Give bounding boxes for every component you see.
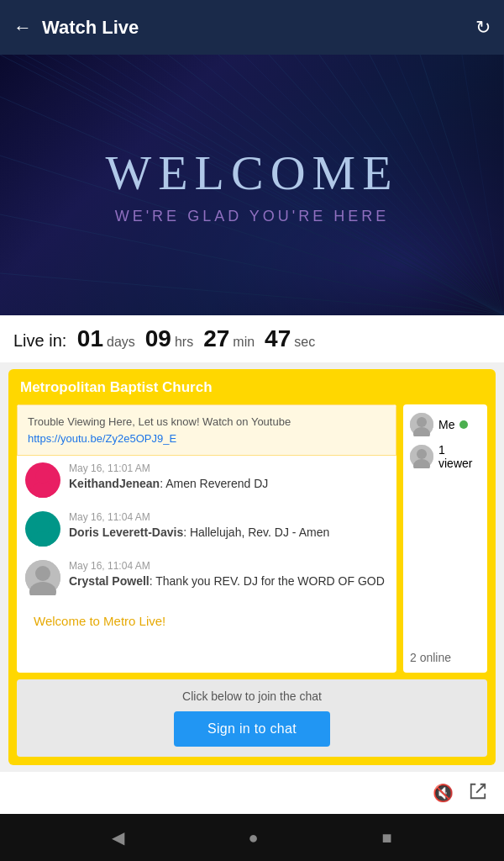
hours-number: 09: [145, 325, 171, 352]
days-unit: days: [107, 335, 135, 350]
countdown-label: Live in:: [13, 331, 66, 351]
message-author: KeithandJenean: [69, 477, 160, 490]
back-nav-icon[interactable]: ◀: [112, 827, 124, 848]
avatar: [25, 560, 60, 595]
viewers-panel: Me 1 viewer 2 online: [403, 404, 487, 673]
seconds-number: 47: [265, 325, 291, 352]
viewer-avatar-me: [410, 413, 433, 436]
join-chat-label: Click below to join the chat: [182, 689, 322, 703]
avatar: [25, 462, 60, 498]
message-text: KeithandJenean: Amen Reverend DJ: [69, 476, 388, 493]
svg-point-34: [417, 417, 427, 427]
video-subtitle-text: WE'RE GLAD YOU'RE HERE: [105, 208, 398, 225]
hours-unit: hrs: [175, 335, 193, 350]
message-text: Doris Leverett-Davis: Hallelujah, Rev. D…: [69, 525, 388, 541]
refresh-button[interactable]: ↻: [475, 17, 491, 39]
list-item: May 16, 11:04 AM Doris Leverett-Davis: H…: [25, 511, 388, 547]
days-number: 01: [77, 325, 103, 352]
top-nav: ← Watch Live ↻: [0, 0, 504, 55]
sign-in-button[interactable]: Sign in to chat: [174, 711, 330, 747]
countdown-bar: Live in: 01 days 09 hrs 27 min 47 sec: [0, 315, 504, 362]
message-author: Crystal Powell: [69, 574, 150, 588]
video-overlay: WELCOME WE'RE GLAD YOU'RE HERE: [105, 145, 398, 225]
message-time: May 16, 11:04 AM: [69, 560, 388, 572]
list-item: May 16, 11:04 AM Crystal Powell: Thank y…: [25, 560, 388, 595]
message-time: May 16, 11:01 AM: [69, 462, 388, 474]
messages-list[interactable]: May 16, 11:01 AM KeithandJenean: Amen Re…: [17, 456, 396, 673]
message-content: May 16, 11:01 AM KeithandJenean: Amen Re…: [69, 462, 388, 498]
video-player[interactable]: WELCOME WE'RE GLAD YOU'RE HERE: [0, 55, 504, 315]
video-welcome-text: WELCOME: [105, 145, 398, 201]
viewer-count-label: 1 viewer: [438, 443, 480, 470]
viewer-avatar-other: [410, 445, 433, 468]
online-count: 2 online: [410, 647, 451, 664]
alert-text: Trouble Viewing Here, Let us know! Watch…: [28, 415, 291, 428]
viewer-count-row: 1 viewer: [410, 443, 480, 470]
svg-point-37: [417, 449, 427, 459]
page-title: Watch Live: [42, 17, 475, 39]
viewer-me-label: Me: [438, 418, 454, 431]
svg-point-27: [29, 483, 56, 498]
message-text: Crystal Powell: Thank you REV. DJ for th…: [69, 573, 388, 590]
chat-body: Trouble Viewing Here, Let us know! Watch…: [17, 404, 487, 673]
church-name: Metropolitan Baptist Church: [17, 378, 487, 398]
svg-point-26: [35, 468, 50, 483]
message-time: May 16, 11:04 AM: [69, 511, 388, 523]
join-chat-area: Click below to join the chat Sign in to …: [17, 679, 487, 757]
viewer-me-row: Me: [410, 413, 468, 436]
messages-panel: Trouble Viewing Here, Let us know! Watch…: [17, 404, 396, 673]
alert-banner: Trouble Viewing Here, Let us know! Watch…: [17, 404, 396, 456]
recents-nav-icon[interactable]: ■: [381, 828, 391, 848]
youtube-link[interactable]: https://youtu.be/Zy2e5OPJ9_E: [28, 432, 176, 445]
avatar: [25, 511, 60, 547]
svg-point-31: [35, 566, 50, 581]
svg-point-28: [35, 517, 50, 532]
android-nav-bar: ◀ ● ■: [0, 814, 504, 861]
welcome-text: Welcome to Metro Live!: [25, 609, 388, 637]
message-content: May 16, 11:04 AM Doris Leverett-Davis: H…: [69, 511, 388, 547]
online-dot: [459, 420, 468, 429]
back-button[interactable]: ←: [13, 17, 32, 39]
home-nav-icon[interactable]: ●: [248, 828, 258, 848]
minutes-number: 27: [203, 325, 229, 352]
seconds-unit: sec: [294, 335, 315, 350]
svg-point-29: [29, 531, 56, 547]
chat-card: Metropolitan Baptist Church Trouble View…: [8, 369, 496, 765]
bottom-toolbar: 🔇: [0, 772, 504, 814]
message-content: May 16, 11:04 AM Crystal Powell: Thank y…: [69, 560, 388, 595]
message-author: Doris Leverett-Davis: [69, 526, 183, 539]
share-icon[interactable]: [469, 782, 487, 805]
minutes-unit: min: [233, 335, 255, 350]
mute-icon[interactable]: 🔇: [433, 783, 454, 803]
list-item: May 16, 11:01 AM KeithandJenean: Amen Re…: [25, 462, 388, 498]
